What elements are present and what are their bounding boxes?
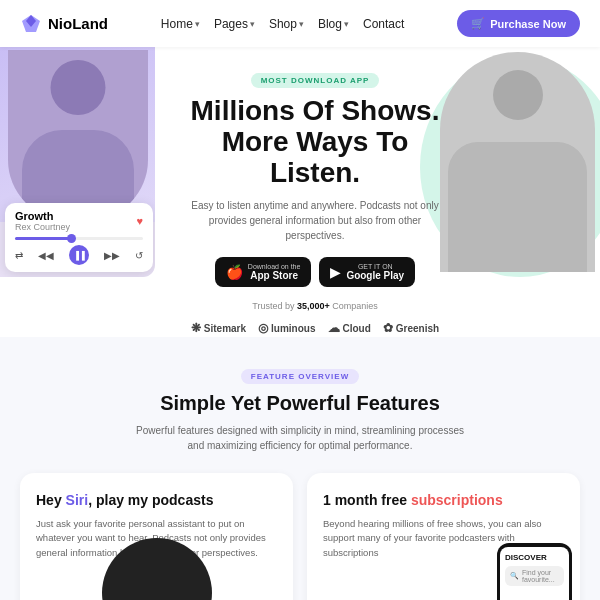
features-title: Simple Yet Powerful Features — [20, 392, 580, 415]
brand-sitemark: ❋ Sitemark — [191, 321, 246, 335]
app-buttons: 🍎 Download on the App Store ▶ GET IT ON … — [185, 257, 445, 287]
progress-fill — [15, 237, 73, 240]
search-placeholder: Find your favourite... — [522, 569, 559, 583]
hero-section: Growth Rex Courtney ♥ ⇄ ◀◀ ▐▐ ▶▶ ↺ — [0, 47, 600, 337]
nav-pages[interactable]: Pages ▾ — [214, 17, 255, 31]
play-button[interactable]: ▐▐ — [69, 245, 89, 265]
siri-card-title: Hey Siri, play my podcasts — [36, 491, 277, 509]
discover-phone: DISCOVER 🔍 Find your favourite... — [497, 543, 572, 600]
features-description: Powerful features designed with simplici… — [130, 423, 470, 453]
music-card: Growth Rex Courtney ♥ ⇄ ◀◀ ▐▐ ▶▶ ↺ — [5, 203, 153, 272]
shuffle-button[interactable]: ⇄ — [15, 250, 23, 261]
nav-home[interactable]: Home ▾ — [161, 17, 200, 31]
feature-card-subscriptions: 1 month free subscriptions Beyond hearin… — [307, 473, 580, 600]
subscriptions-accent: subscriptions — [411, 492, 503, 508]
googleplay-button[interactable]: ▶ GET IT ON Google Play — [319, 257, 415, 287]
hero-right-image — [440, 52, 600, 282]
discover-search[interactable]: 🔍 Find your favourite... — [505, 566, 564, 586]
google-icon: ▶ — [330, 264, 341, 280]
brand-logos: ❋ Sitemark ◎ luminous ☁ Cloud ✿ Greenish — [185, 321, 445, 335]
hero-content: MOST DOWNLOAD APP Millions Of Shows. Mor… — [155, 69, 445, 335]
nav-shop[interactable]: Shop ▾ — [269, 17, 304, 31]
hero-title: Millions Of Shows. More Ways To Listen. — [185, 96, 445, 188]
progress-dot — [67, 234, 76, 243]
nav-blog[interactable]: Blog ▾ — [318, 17, 349, 31]
hero-left-image: Growth Rex Courtney ♥ ⇄ ◀◀ ▐▐ ▶▶ ↺ — [0, 47, 155, 277]
repeat-button[interactable]: ↺ — [135, 250, 143, 261]
appstore-button[interactable]: 🍎 Download on the App Store — [215, 257, 312, 287]
siri-accent: Siri — [66, 492, 89, 508]
greenish-icon: ✿ — [383, 321, 393, 335]
feature-cards: Hey Siri, play my podcasts Just ask your… — [20, 473, 580, 600]
subscriptions-card-title: 1 month free subscriptions — [323, 491, 564, 509]
features-badge: FEATURE OVERVIEW — [241, 369, 359, 384]
brand-cloud: ☁ Cloud — [328, 321, 371, 335]
next-button[interactable]: ▶▶ — [104, 250, 120, 261]
purchase-button[interactable]: 🛒 Purchase Now — [457, 10, 580, 37]
hero-person-right — [440, 52, 595, 272]
cloud-icon: ☁ — [328, 321, 340, 335]
hero-badge: MOST DOWNLOAD APP — [251, 73, 380, 88]
feature-card-siri: Hey Siri, play my podcasts Just ask your… — [20, 473, 293, 600]
logo-text: NioLand — [48, 15, 108, 32]
prev-button[interactable]: ◀◀ — [38, 250, 54, 261]
hero-person-left — [8, 50, 148, 220]
brand-luminous: ◎ luminous — [258, 321, 315, 335]
search-icon: 🔍 — [510, 572, 519, 580]
hero-description: Easy to listen anytime and anywhere. Pod… — [185, 198, 445, 243]
heart-icon[interactable]: ♥ — [136, 215, 143, 227]
purchase-icon: 🛒 — [471, 17, 485, 30]
music-title: Growth — [15, 210, 70, 222]
logo-icon — [20, 13, 42, 35]
trusted-text: Trusted by 35,000+ Companies — [185, 301, 445, 311]
brand-greenish: ✿ Greenish — [383, 321, 439, 335]
logo[interactable]: NioLand — [20, 13, 108, 35]
music-controls: ⇄ ◀◀ ▐▐ ▶▶ ↺ — [15, 245, 143, 265]
sitemark-icon: ❋ — [191, 321, 201, 335]
nav-contact[interactable]: Contact — [363, 17, 404, 31]
discover-screen: DISCOVER 🔍 Find your favourite... — [500, 547, 569, 600]
navbar: NioLand Home ▾ Pages ▾ Shop ▾ Blog ▾ Con… — [0, 0, 600, 47]
progress-bar[interactable] — [15, 237, 143, 240]
apple-icon: 🍎 — [226, 264, 243, 280]
music-artist: Rex Courtney — [15, 222, 70, 232]
luminous-icon: ◎ — [258, 321, 268, 335]
nav-links: Home ▾ Pages ▾ Shop ▾ Blog ▾ Contact — [161, 17, 404, 31]
features-section: FEATURE OVERVIEW Simple Yet Powerful Fea… — [0, 337, 600, 600]
discover-label: DISCOVER — [505, 553, 564, 562]
